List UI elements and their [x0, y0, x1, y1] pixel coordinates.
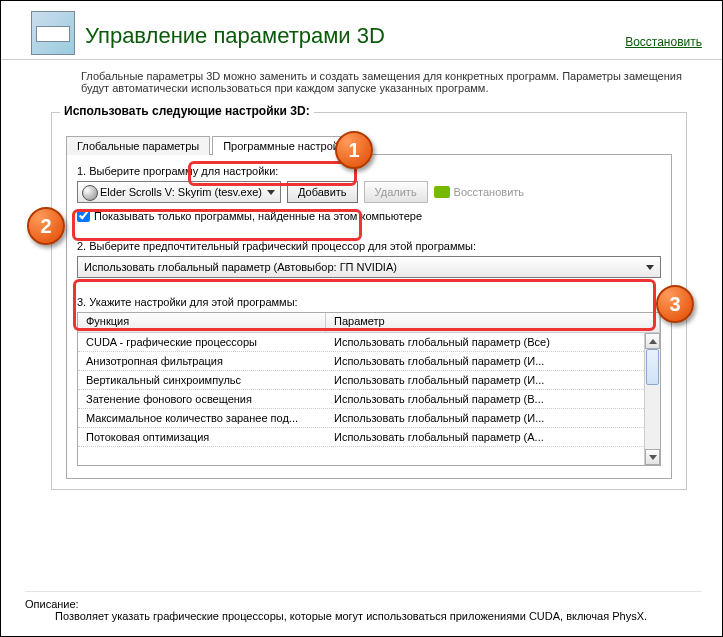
tab-program[interactable]: Программные настройки — [212, 136, 361, 155]
table-row[interactable]: Максимальное количество заранее под...Ис… — [78, 409, 644, 428]
step1-row: 1. Выберите программу для настройки: Eld… — [77, 165, 661, 222]
header-icon — [31, 11, 75, 55]
table-row[interactable]: Анизотропная фильтрацияИспользовать глоб… — [78, 352, 644, 371]
show-only-found-label: Показывать только программы, найденные н… — [94, 210, 422, 222]
cell-parameter: Использовать глобальный параметр (Все) — [326, 336, 644, 348]
cell-function: Максимальное количество заранее под... — [78, 412, 326, 424]
tab-content: 1. Выберите программу для настройки: Eld… — [66, 155, 672, 479]
scroll-down-icon[interactable] — [645, 449, 660, 465]
page-title: Управление параметрами 3D — [85, 23, 625, 55]
step3-row: 3. Укажите настройки для этой программы:… — [77, 296, 661, 466]
cell-parameter: Использовать глобальный параметр (В... — [326, 393, 644, 405]
cell-parameter: Использовать глобальный параметр (И... — [326, 374, 644, 386]
cell-function: Анизотропная фильтрация — [78, 355, 326, 367]
nvidia-logo-icon — [434, 186, 450, 198]
cell-parameter: Использовать глобальный параметр (А... — [326, 431, 644, 443]
step2-label: 2. Выберите предпочтительный графический… — [77, 240, 661, 252]
program-select-row: Elder Scrolls V: Skyrim (tesv.exe) Добав… — [77, 181, 661, 203]
remove-button: Удалить — [364, 181, 428, 203]
cell-parameter: Использовать глобальный параметр (И... — [326, 412, 644, 424]
table-row[interactable]: CUDA - графические процессорыИспользоват… — [78, 333, 644, 352]
scroll-thumb[interactable] — [646, 349, 659, 385]
header: Управление параметрами 3D Восстановить — [1, 1, 722, 60]
cell-function: Затенение фонового освещения — [78, 393, 326, 405]
cell-function: Потоковая оптимизация — [78, 431, 326, 443]
cell-function: CUDA - графические процессоры — [78, 336, 326, 348]
settings-group: Использовать следующие настройки 3D: Гло… — [51, 112, 687, 490]
cell-parameter: Использовать глобальный параметр (И... — [326, 355, 644, 367]
add-button[interactable]: Добавить — [287, 181, 358, 203]
show-only-found-input[interactable] — [77, 209, 90, 222]
cell-function: Вертикальный синхроимпульс — [78, 374, 326, 386]
table-body: CUDA - графические процессорыИспользоват… — [78, 333, 644, 465]
tab-global[interactable]: Глобальные параметры — [66, 136, 210, 155]
intro-text: Глобальные параметры 3D можно заменить и… — [1, 60, 722, 94]
scrollbar[interactable] — [644, 333, 660, 465]
table-row[interactable]: Затенение фонового освещенияИспользовать… — [78, 390, 644, 409]
step2-row: 2. Выберите предпочтительный графический… — [77, 240, 661, 278]
settings-table: Функция Параметр CUDA - графические проц… — [77, 312, 661, 466]
show-only-found-checkbox[interactable]: Показывать только программы, найденные н… — [77, 209, 661, 222]
group-label: Использовать следующие настройки 3D: — [60, 104, 314, 118]
step1-label: 1. Выберите программу для настройки: — [77, 165, 661, 177]
scroll-up-icon[interactable] — [645, 333, 660, 349]
table-row[interactable]: Потоковая оптимизацияИспользовать глобал… — [78, 428, 644, 447]
nv-restore-button: Восстановить — [434, 186, 524, 198]
gpu-combo-value: Использовать глобальный параметр (Автовы… — [84, 261, 397, 273]
step3-label: 3. Укажите настройки для этой программы: — [77, 296, 661, 308]
table-row[interactable]: Вертикальный синхроимпульсИспользовать г… — [78, 371, 644, 390]
col-parameter[interactable]: Параметр — [326, 313, 660, 332]
description-block: Описание: Позволяет указать графические … — [25, 591, 702, 622]
tabs: Глобальные параметры Программные настрой… — [66, 135, 672, 155]
restore-link[interactable]: Восстановить — [625, 35, 702, 55]
description-text: Позволяет указать графические процессоры… — [25, 610, 702, 622]
nv-restore-label: Восстановить — [454, 186, 524, 198]
program-combo[interactable]: Elder Scrolls V: Skyrim (tesv.exe) — [77, 181, 281, 203]
description-label: Описание: — [25, 598, 702, 610]
table-head: Функция Параметр — [78, 313, 660, 333]
program-combo-value: Elder Scrolls V: Skyrim (tesv.exe) — [100, 186, 262, 198]
gpu-combo[interactable]: Использовать глобальный параметр (Автовы… — [77, 256, 661, 278]
col-function[interactable]: Функция — [78, 313, 326, 332]
